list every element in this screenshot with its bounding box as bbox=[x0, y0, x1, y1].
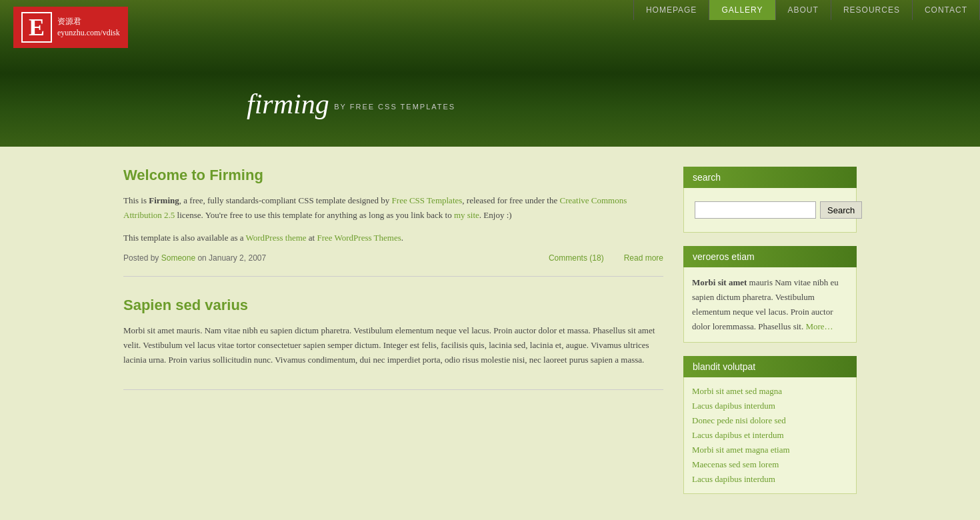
site-subtitle: BY FREE CSS TEMPLATES bbox=[334, 103, 455, 111]
post-firming-bold: Firming bbox=[149, 195, 179, 205]
sidebar: search Search veroeros etiam Morbi sit a… bbox=[683, 167, 857, 507]
post-welcome: Welcome to Firming This is Firming, a fr… bbox=[123, 167, 663, 277]
blandit-link-0[interactable]: Morbi sit amet sed magna bbox=[692, 386, 782, 396]
link-free-css[interactable]: Free CSS Templates bbox=[392, 195, 463, 205]
site-title: firming bbox=[247, 89, 329, 119]
post-intro: This is bbox=[123, 195, 149, 205]
main-wrapper: Welcome to Firming This is Firming, a fr… bbox=[110, 147, 870, 520]
nav-gallery[interactable]: GALLERY bbox=[709, 0, 775, 20]
list-item: Lacus dapibus interdum bbox=[692, 399, 848, 413]
post-after-link2: license. You're free to use this templat… bbox=[175, 210, 454, 220]
blandit-widget: blandit volutpat Morbi sit amet sed magn… bbox=[683, 356, 857, 494]
veroeros-title: veroeros etiam bbox=[683, 246, 857, 267]
blandit-link-2[interactable]: Donec pede nisi dolore sed bbox=[692, 415, 786, 425]
post-readmore-link[interactable]: Read more bbox=[624, 253, 663, 263]
nav-items: HOMEPAGE GALLERY ABOUT RESOURCES CONTACT bbox=[633, 0, 980, 20]
nav-resources[interactable]: RESOURCES bbox=[831, 0, 913, 20]
post-welcome-title-link[interactable]: Welcome to Firming bbox=[123, 167, 263, 183]
list-item: Donec pede nisi dolore sed bbox=[692, 413, 848, 428]
post-line2: This template is also available as a bbox=[123, 233, 246, 243]
post-welcome-body2: This template is also available as a Wor… bbox=[123, 231, 663, 245]
post-meta-posted: Posted by Someone on January 2, 2007 bbox=[123, 253, 266, 263]
post-welcome-title: Welcome to Firming bbox=[123, 167, 663, 184]
blandit-link-1[interactable]: Lacus dapibus interdum bbox=[692, 401, 775, 411]
post-after-link4: at bbox=[307, 233, 317, 243]
post-meta-right: Comments (18) Read more bbox=[549, 253, 663, 263]
list-item: Lacus dapibus et interdum bbox=[692, 428, 848, 443]
list-item: Morbi sit amet sed magna bbox=[692, 384, 848, 399]
veroeros-widget: veroeros etiam Morbi sit amet mauris Nam… bbox=[683, 246, 857, 343]
post-comments-link[interactable]: Comments (18) bbox=[549, 253, 604, 263]
list-item: Maecenas sed sem lorem bbox=[692, 457, 848, 472]
veroeros-content: Morbi sit amet mauris Nam vitae nibh eu … bbox=[683, 267, 857, 343]
nav-homepage[interactable]: HOMEPAGE bbox=[633, 0, 709, 20]
nav-contact[interactable]: CONTACT bbox=[913, 0, 980, 20]
search-form: Search bbox=[692, 196, 848, 224]
post-sapien-title-link[interactable]: Sapien sed varius bbox=[123, 297, 248, 313]
post-meta-author[interactable]: Someone bbox=[161, 253, 195, 263]
list-item: Lacus dapibus interdum bbox=[692, 472, 848, 487]
blandit-link-4[interactable]: Morbi sit amet magna etiam bbox=[692, 445, 790, 455]
blandit-link-3[interactable]: Lacus dapibus et interdum bbox=[692, 430, 784, 440]
post-sapien: Sapien sed varius Morbi sit amet mauris.… bbox=[123, 297, 663, 389]
blandit-link-6[interactable]: Lacus dapibus interdum bbox=[692, 474, 775, 484]
content: Welcome to Firming This is Firming, a fr… bbox=[123, 167, 663, 507]
veroeros-bold: Morbi sit amet bbox=[692, 277, 747, 287]
blandit-list: Morbi sit amet sed magna Lacus dapibus i… bbox=[683, 377, 857, 494]
post-sapien-title: Sapien sed varius bbox=[123, 297, 663, 314]
site-title-area: firming BY FREE CSS TEMPLATES bbox=[247, 88, 455, 120]
post-after-link5: . bbox=[401, 233, 403, 243]
post-meta-date: January 2, 2007 bbox=[209, 253, 266, 263]
post-after-link1: , released for free under the bbox=[462, 195, 559, 205]
post-welcome-meta: Posted by Someone on January 2, 2007 Com… bbox=[123, 253, 663, 263]
link-free-wp[interactable]: Free WordPress Themes bbox=[317, 233, 401, 243]
post-sapien-body: Morbi sit amet mauris. Nam vitae nibh eu… bbox=[123, 323, 663, 367]
post-welcome-body: This is Firming, a free, fully standards… bbox=[123, 193, 663, 223]
blandit-title: blandit volutpat bbox=[683, 356, 857, 377]
link-mysite[interactable]: my site bbox=[454, 210, 479, 220]
search-widget: search Search bbox=[683, 167, 857, 233]
nav-about[interactable]: ABOUT bbox=[776, 0, 831, 20]
link-wp-theme[interactable]: WordPress theme bbox=[246, 233, 307, 243]
nav: HOMEPAGE GALLERY ABOUT RESOURCES CONTACT bbox=[0, 0, 980, 20]
blandit-link-5[interactable]: Maecenas sed sem lorem bbox=[692, 459, 779, 469]
search-input[interactable] bbox=[695, 201, 816, 219]
post-sapien-text: Morbi sit amet mauris. Nam vitae nibh eu… bbox=[123, 325, 655, 365]
search-widget-content: Search bbox=[683, 188, 857, 233]
search-widget-title: search bbox=[683, 167, 857, 188]
logo-line2: eyunzhu.com/vdisk bbox=[57, 27, 120, 39]
header: E 资源君 eyunzhu.com/vdisk HOMEPAGE GALLERY… bbox=[0, 0, 980, 147]
post-after-firming: , a free, fully standards-compliant CSS … bbox=[179, 195, 392, 205]
post-after-link3: . Enjoy :) bbox=[479, 210, 512, 220]
search-button[interactable]: Search bbox=[820, 201, 862, 219]
list-item: Morbi sit amet magna etiam bbox=[692, 443, 848, 457]
veroeros-more-link[interactable]: More… bbox=[805, 321, 833, 331]
